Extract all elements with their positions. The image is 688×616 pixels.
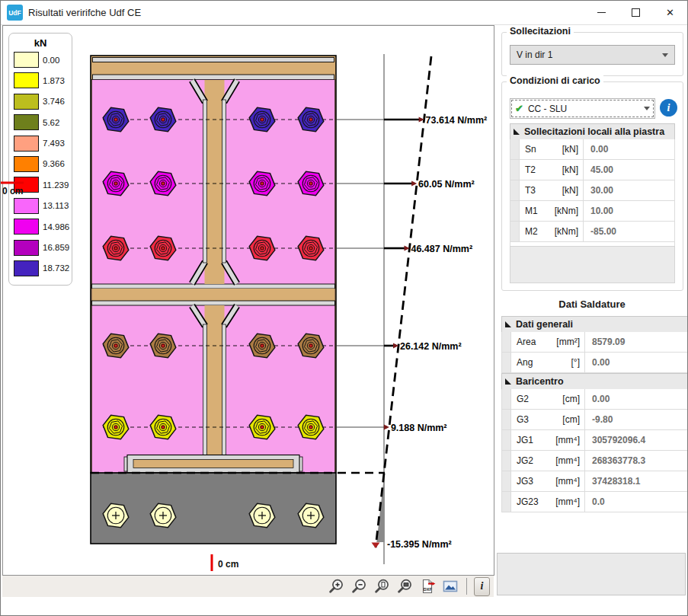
row-gutter <box>502 332 511 352</box>
legend-swatch <box>14 260 39 276</box>
maximize-button[interactable] <box>619 1 653 24</box>
condizioni-label: Condizioni di carico <box>507 75 603 86</box>
row-name: JG2 <box>517 455 533 466</box>
chevron-down-icon <box>662 53 668 57</box>
table-filler-area <box>510 246 675 283</box>
table-row: Area[mm²]8579.09 <box>501 332 688 353</box>
condizioni-dropdown[interactable]: ✔ CC - SLU <box>510 98 655 119</box>
saldature-table: Dati generaliArea[mm²]8579.09Ang[°]0.00B… <box>501 316 688 512</box>
table-row: M1[kNm]10.00 <box>510 201 675 222</box>
sollecitazioni-dropdown[interactable]: V in dir 1 <box>510 45 675 65</box>
row-name: JG1 <box>517 435 533 445</box>
canvas-toolbar: DXF i <box>2 576 494 597</box>
table-row: G2[cm]0.00 <box>501 389 688 410</box>
zoom-window-button[interactable] <box>395 577 414 595</box>
row-gutter <box>502 410 511 429</box>
row-label: JG2[mm⁴] <box>511 451 585 471</box>
legend-value: 18.732 <box>43 263 69 273</box>
legend-value: 14.986 <box>43 222 69 231</box>
zoom-window-icon <box>396 578 413 595</box>
row-value: -9.80 <box>585 410 687 429</box>
legend-value: 5.62 <box>43 118 59 127</box>
legend-value: 1.873 <box>43 76 65 85</box>
legend-swatch <box>14 94 39 110</box>
row-label: M2[kNm] <box>520 222 584 241</box>
table-group-title: Sollecitazioni locali alla piastra <box>524 126 664 137</box>
row-unit: [kN] <box>558 144 578 155</box>
table-row: JG1[mm⁴]305792096.4 <box>501 430 688 451</box>
table-row: T3[kN]30.00 <box>510 180 675 201</box>
toolbar-separator <box>466 578 467 595</box>
group-expander-icon[interactable] <box>505 321 511 327</box>
row-label: JG23[mm⁴] <box>511 492 585 512</box>
row-name: JG23 <box>517 496 539 507</box>
table-row: JG3[mm⁴]37428318.1 <box>501 471 688 492</box>
row-unit: [°] <box>567 357 580 368</box>
row-name: T2 <box>525 164 536 175</box>
chevron-down-icon <box>644 107 650 110</box>
load-condition-info-button[interactable]: i <box>660 99 677 116</box>
svg-text:DXF: DXF <box>424 587 433 592</box>
row-name: Sn <box>525 144 536 155</box>
row-gutter <box>502 471 511 491</box>
legend-entry: 16.859 <box>14 240 72 256</box>
row-value: 268363778.3 <box>585 451 687 471</box>
legend-value: 0.00 <box>43 56 59 65</box>
zoom-in-button[interactable] <box>327 577 345 595</box>
table-row: JG2[mm⁴]268363778.3 <box>501 451 688 471</box>
row-label: T3[kN] <box>520 180 584 200</box>
row-value: 0.0 <box>585 492 687 512</box>
legend-swatch <box>14 219 39 235</box>
row-label: JG1[mm⁴] <box>511 430 585 450</box>
row-gutter <box>502 451 511 471</box>
row-name: G3 <box>517 414 529 425</box>
check-icon: ✔ <box>515 103 523 114</box>
export-image-button[interactable] <box>441 577 459 595</box>
row-name: Ang <box>517 357 533 368</box>
table-row: G3[cm]-9.80 <box>501 410 688 430</box>
row-label: Sn[kN] <box>520 139 584 159</box>
drawing-viewport[interactable] <box>2 25 494 576</box>
export-image-icon <box>442 578 459 595</box>
export-dxf-button[interactable]: DXF <box>418 577 437 595</box>
zoom-page-button[interactable] <box>373 577 391 595</box>
minimize-button[interactable] <box>584 1 619 24</box>
close-button[interactable]: ✕ <box>653 1 687 24</box>
table-row: T2[kN]45.00 <box>510 160 675 180</box>
row-unit: [mm⁴] <box>551 496 580 507</box>
condizioni-selected: CC - SLU <box>528 104 567 114</box>
legend-value: 9.366 <box>43 159 65 168</box>
group-expander-icon[interactable] <box>505 378 511 385</box>
row-value: 305792096.4 <box>585 430 687 450</box>
row-gutter <box>510 222 520 241</box>
zoom-page-icon <box>373 578 390 595</box>
row-unit: [kN] <box>558 164 578 175</box>
export-dxf-icon: DXF <box>419 578 436 595</box>
legend-entry: 18.732 <box>14 260 72 276</box>
legend-entry: 1.873 <box>14 72 72 88</box>
saldature-title: Dati Saldature <box>496 298 688 310</box>
row-name: M2 <box>525 226 538 237</box>
row-name: Area <box>517 337 536 347</box>
row-value: 30.00 <box>584 180 674 200</box>
row-gutter <box>502 389 511 409</box>
legend-entry: 13.113 <box>14 198 72 214</box>
panel-bottom-box <box>497 553 686 595</box>
row-label: G2[cm] <box>511 389 585 409</box>
legend-swatch <box>14 156 39 172</box>
row-value: 0.00 <box>585 389 687 409</box>
row-value: -85.00 <box>584 222 674 241</box>
info-button[interactable]: i <box>474 577 490 596</box>
row-unit: [kN] <box>558 185 578 196</box>
zoom-out-button[interactable] <box>350 577 368 595</box>
row-unit: [kNm] <box>550 226 578 237</box>
title-bar: UdF Risultati veririfche Udf CE ✕ <box>1 1 687 25</box>
row-gutter <box>510 160 520 180</box>
group-expander-icon[interactable] <box>514 129 520 135</box>
legend-entry: 0.00 <box>14 52 72 68</box>
row-label: JG3[mm⁴] <box>511 471 585 491</box>
table-group-header: Dati generali <box>501 316 688 332</box>
row-gutter <box>510 180 520 200</box>
table-group-title: Baricentro <box>516 376 564 387</box>
app-window: UdF Risultati veririfche Udf CE ✕ kN 0.0… <box>0 0 688 616</box>
